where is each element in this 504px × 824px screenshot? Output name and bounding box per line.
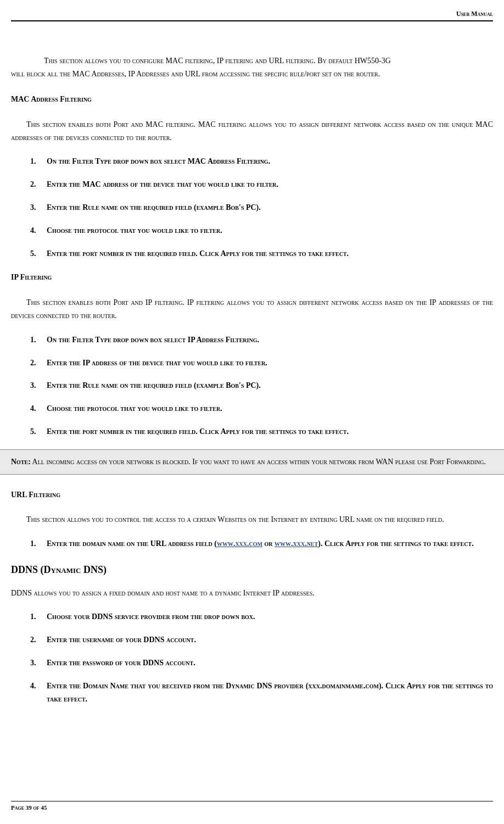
list-item: 2.Enter the username of your DDNS accoun…: [30, 633, 493, 647]
list-item: 5.Enter the port number in the required …: [30, 425, 493, 438]
list-item: 1.Choose your DDNS service provider from…: [30, 610, 493, 623]
mac-filtering-title: MAC Address Filtering: [11, 93, 493, 106]
ip-filtering-desc: This section enables both Port and IP fi…: [11, 296, 493, 322]
list-num: 1.: [30, 537, 47, 550]
url-text-pre: Enter the domain name on the URL address…: [47, 539, 217, 548]
list-num: 1.: [30, 610, 47, 623]
list-item: 4.Choose the protocol that you would lik…: [30, 402, 493, 415]
list-num: 4.: [30, 224, 47, 237]
mac-filtering-list: 1.On the Filter Type drop down box selec…: [30, 155, 493, 260]
list-item: 3.Enter the password of your DDNS accoun…: [30, 656, 493, 670]
url-text-post: ). Click Apply for the settings to take …: [318, 539, 473, 548]
page-number: Page 39 of 45: [11, 803, 493, 813]
ddns-desc: DDNS allows you to assign a fixed domain…: [11, 587, 493, 600]
list-num: 5.: [30, 425, 47, 438]
content-body: This section allows you to configure MAC…: [11, 54, 493, 784]
list-text: Enter the password of your DDNS account.: [47, 656, 493, 670]
url-filtering-list: 1. Enter the domain name on the URL addr…: [30, 537, 493, 550]
list-num: 3.: [30, 656, 47, 670]
ddns-heading: DDNS (Dynamic DNS): [11, 561, 493, 578]
list-num: 2.: [30, 633, 47, 647]
list-text: On the Filter Type drop down box select …: [47, 333, 493, 347]
list-item: 4.Choose the protocol that you would lik…: [30, 224, 493, 237]
ddns-list: 1.Choose your DDNS service provider from…: [30, 610, 493, 705]
list-item: 2.Enter the IP address of the device tha…: [30, 357, 493, 370]
list-text: Choose your DDNS service provider from t…: [47, 610, 493, 623]
list-text: Enter the port number in the required fi…: [47, 247, 493, 260]
list-text: Choose the protocol that you would like …: [47, 224, 493, 237]
list-text: Enter the Rule name on the required fiel…: [47, 379, 493, 392]
url-text-mid: or: [262, 539, 275, 548]
header-divider: [11, 20, 493, 21]
list-num: 2.: [30, 178, 47, 191]
list-item: 3.Enter the Rule name on the required fi…: [30, 201, 493, 214]
mac-filtering-desc: This section enables both Port and MAC f…: [11, 118, 493, 144]
list-item: 1.On the Filter Type drop down box selec…: [30, 333, 493, 347]
list-item: 5.Enter the port number in the required …: [30, 247, 493, 260]
list-text: Enter the username of your DDNS account.: [47, 633, 493, 647]
list-num: 4.: [30, 402, 47, 415]
list-text: Enter the port number in the required fi…: [47, 425, 493, 438]
footer: Page 39 of 45: [11, 801, 493, 813]
list-item: 1. Enter the domain name on the URL addr…: [30, 537, 493, 550]
note-block: Note: All incoming access on your networ…: [0, 449, 504, 475]
url-filtering-desc: This section allows you to control the a…: [11, 513, 493, 526]
list-item: 1.On the Filter Type drop down box selec…: [30, 155, 493, 168]
list-item: 3.Enter the Rule name on the required fi…: [30, 379, 493, 392]
list-num: 5.: [30, 247, 47, 260]
ip-filtering-list: 1.On the Filter Type drop down box selec…: [30, 333, 493, 438]
url-link-2[interactable]: www.xxx.net: [275, 539, 318, 548]
intro-line1: This section allows you to configure MAC…: [11, 54, 493, 68]
url-filtering-title: URL Filtering: [11, 488, 493, 502]
list-text: On the Filter Type drop down box select …: [47, 155, 493, 168]
note-label: Note:: [11, 458, 31, 466]
list-num: 3.: [30, 379, 47, 392]
list-item: 4.Enter the Domain Name that you receive…: [30, 680, 493, 706]
list-text: Enter the Domain Name that you received …: [47, 680, 493, 706]
list-text: Enter the MAC address of the device that…: [47, 178, 493, 191]
list-text: Enter the Rule name on the required fiel…: [47, 201, 493, 214]
header: User Manual: [11, 8, 493, 21]
note-text: All incoming access on your network is b…: [31, 458, 486, 466]
list-num: 2.: [30, 357, 47, 370]
header-title: User Manual: [11, 8, 493, 20]
list-text: Enter the domain name on the URL address…: [47, 537, 493, 550]
url-link-1[interactable]: www.xxx.com: [217, 539, 262, 548]
intro-line2: will block all the MAC Addresses, IP Add…: [11, 68, 493, 81]
list-num: 4.: [30, 680, 47, 706]
list-text: Choose the protocol that you would like …: [47, 402, 493, 415]
ip-filtering-title: IP Filtering: [11, 271, 493, 284]
list-num: 1.: [30, 333, 47, 347]
intro-paragraph: This section allows you to configure MAC…: [11, 54, 493, 81]
list-item: 2.Enter the MAC address of the device th…: [30, 178, 493, 191]
list-num: 1.: [30, 155, 47, 168]
list-text: Enter the IP address of the device that …: [47, 357, 493, 370]
list-num: 3.: [30, 201, 47, 214]
